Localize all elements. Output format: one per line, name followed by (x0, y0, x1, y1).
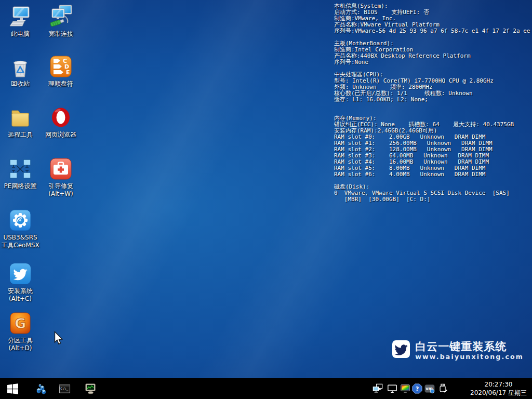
cpu-section: 中央处理器(CPU): 型号: Intel(R) Core(TM) i7-770… (334, 72, 532, 103)
start-button[interactable] (6, 382, 19, 395)
icon-label: 网页浏览器 (45, 131, 76, 139)
tray-vmware-tools[interactable]: vm (424, 383, 435, 394)
icon-label: 远程工具 (8, 131, 33, 139)
icon-sublabel: (Alt+D) (9, 344, 32, 352)
tray-display-color[interactable] (400, 383, 411, 394)
icon-label: PE网络设置 (4, 182, 37, 190)
motherboard-section: 主板(MotherBoard): 制造商:Intel Corporation 产… (334, 41, 532, 65)
tray-display-settings[interactable] (387, 383, 398, 394)
this-pc-icon (8, 4, 33, 29)
folder-icon (8, 105, 33, 130)
hardware-monitor-icon (85, 383, 97, 395)
icon-label: 引导修复 (48, 182, 73, 190)
memory-section: 内存(Memory): 错误纠正(ECC): None 插槽数: 64 最大支持… (334, 115, 532, 178)
recycle-bin-icon (8, 54, 33, 79)
network-computers-icon (373, 383, 383, 394)
desktop-icon-pe-network-setup[interactable]: PE网络设置 (0, 156, 41, 190)
icon-label: 安装系统 (8, 287, 33, 295)
brand-title: 白云一键重装系统 (415, 340, 507, 353)
tray-help[interactable]: ? (411, 383, 423, 394)
monitor-outline-icon (387, 383, 397, 394)
system-section: 本机信息(System): 启动方式: BIOS 支持UEFI: 否 制造商:V… (334, 3, 532, 34)
icon-label: 回收站 (11, 80, 30, 88)
icon-sublabel: 工具CeoMSX (1, 242, 39, 249)
desktop-icon-remote-tools[interactable]: 远程工具 (0, 105, 41, 139)
desktop-icon-drive-letter-tool[interactable]: C D E 理顺盘符 (41, 54, 81, 88)
taskbar-clock[interactable]: 20:27:30 2020/06/17 星期三 (470, 380, 527, 397)
desktop-icon-install-system[interactable]: 安装系统 (Alt+C) (0, 261, 41, 303)
mouse-cursor (54, 331, 63, 348)
desktop-icon-recycle-bin[interactable]: 回收站 (0, 54, 41, 88)
opera-browser-icon (48, 105, 73, 130)
disk-section: 磁盘(Disk): 0 VMware, VMware Virtual S SCS… (334, 184, 532, 203)
info-line: 序列号:None (334, 59, 532, 65)
icon-label: 此电脑 (11, 30, 30, 38)
network-setup-icon (8, 156, 33, 181)
icon-label: USB3&SRS (3, 234, 37, 242)
brand-bird-logo-icon (392, 340, 410, 361)
desktop-icon-partition-tool[interactable]: G 分区工具 (Alt+D) (0, 311, 41, 352)
icon-label: 分区工具 (8, 337, 33, 344)
svg-text:G: G (15, 315, 26, 331)
icon-sublabel: (Alt+W) (48, 190, 73, 198)
help-question-icon: ? (412, 383, 422, 394)
vmware-tools-icon: vm (424, 383, 435, 394)
brand-watermark: 白云一键重装系统 www.baiyunxitong.com (392, 340, 524, 361)
desktop-icon-usb3-srs-tool[interactable]: USB3&SRS 工具CeoMSX (0, 208, 41, 249)
tray-network-status[interactable] (372, 383, 383, 394)
info-line: 缓存: L1: 16.00KB; L2: None; (334, 97, 532, 103)
svg-text:C:\_: C:\_ (60, 387, 68, 391)
taskbar: C:\_ (0, 378, 532, 399)
drive-letter-tool-icon: C D E (48, 54, 73, 79)
desktop-icon-boot-repair[interactable]: 引导修复 (Alt+W) (41, 156, 81, 198)
taskbar-app-command-prompt[interactable]: C:\_ (58, 382, 71, 395)
icon-sublabel: (Alt+C) (9, 295, 32, 303)
registry-cubes-icon (35, 383, 47, 395)
taskbar-app-hardware-monitor[interactable] (84, 382, 97, 395)
usb-device-icon (438, 383, 448, 394)
desktop-icon-web-browser[interactable]: 网页浏览器 (41, 105, 81, 139)
info-line: 序列号:VMware-56 4d 25 93 96 a7 6f 58-7c e1… (334, 28, 532, 34)
icon-label: 理顺盘符 (48, 80, 73, 88)
taskbar-app-registry-editor[interactable] (34, 382, 47, 395)
info-line: [MBR] [30.00GB] [C: D:] (334, 196, 532, 203)
clock-time: 20:27:30 (485, 380, 513, 389)
svg-text:?: ? (416, 385, 419, 392)
svg-text:E: E (66, 69, 70, 76)
broadband-connection-icon (48, 4, 73, 29)
info-line: RAM slot #6: 4.00MB Unknown DRAM DIMM (334, 171, 532, 178)
boot-repair-icon (48, 156, 73, 181)
icon-label: 宽带连接 (48, 30, 73, 38)
windows-logo-icon (7, 383, 18, 394)
command-prompt-icon: C:\_ (59, 383, 71, 395)
clock-date: 2020/06/17 星期三 (470, 389, 527, 397)
install-system-icon (8, 261, 33, 286)
desktop-icon-broadband[interactable]: 宽带连接 (41, 4, 81, 38)
color-display-icon (400, 383, 410, 394)
tray-usb-device[interactable] (437, 383, 449, 394)
brand-url: www.baiyunxitong.com (415, 353, 524, 361)
system-info-panel: 本机信息(System): 启动方式: BIOS 支持UEFI: 否 制造商:V… (334, 3, 532, 209)
desktop-icon-this-pc[interactable]: 此电脑 (0, 4, 41, 38)
partition-tool-icon: G (8, 311, 33, 336)
usb3-srs-tool-icon (8, 208, 33, 233)
